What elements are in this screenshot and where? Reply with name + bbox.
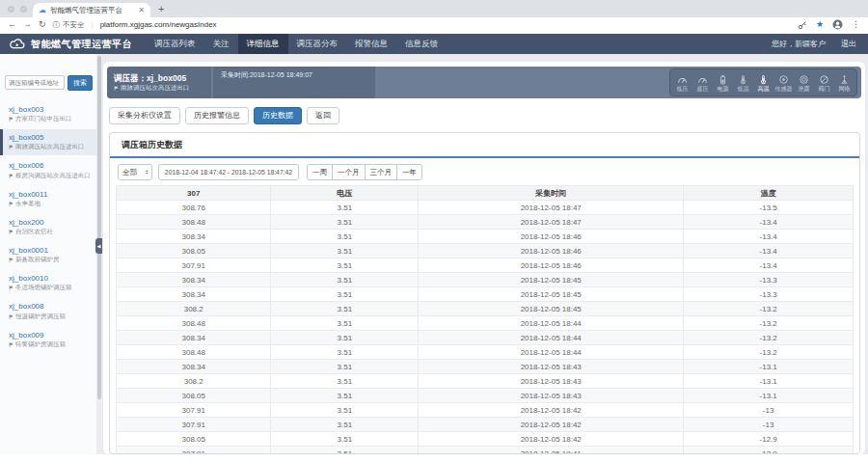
window-minimize-button[interactable] <box>20 6 27 13</box>
voltage-cell: 3.51 <box>271 447 419 455</box>
collect-time-cell: 2018-12-05 18:45 <box>419 302 684 316</box>
temperature-cell: -13.4 <box>684 258 854 273</box>
type-select[interactable]: 全部 ▲▼ <box>118 164 152 180</box>
quick-range-button[interactable]: 三个月 <box>365 164 398 180</box>
pressure-cell: 308.2 <box>117 302 271 316</box>
table-row: 308.05 3.51 2018-12-05 18:43 -13.1 <box>117 389 854 403</box>
sidebar-scrollbar-thumb[interactable] <box>97 56 101 399</box>
collect-time: 采集时间:2018-12-05 18:49:07 <box>213 67 375 98</box>
browser-tab[interactable]: ☁ 智能燃气管理运营平台 ✕ <box>33 3 150 17</box>
sidebar-device-item[interactable]: xj_box0001 新县政府锅炉房 <box>0 242 96 268</box>
device-search-input[interactable] <box>5 75 65 90</box>
collect-time-cell: 2018-12-05 18:43 <box>419 360 684 374</box>
collect-time-cell: 2018-12-05 18:46 <box>419 244 684 258</box>
window-close-button[interactable] <box>8 6 14 13</box>
brand-cloud-logo-icon <box>9 38 26 50</box>
search-button[interactable]: 搜索 <box>68 75 93 91</box>
voltage-cell: 3.51 <box>271 215 419 230</box>
table-row: 308.2 3.51 2018-12-05 18:45 -13.2 <box>117 302 854 316</box>
nav-item[interactable]: 详细信息 <box>238 34 288 54</box>
device-header-band: 调压器：xj_box005 南旅调压站次高压进出口 采集时间:2018-12-0… <box>107 67 861 98</box>
device-list: xj_box003 方家庄门站中压出口 xj_box005 南旅调压站次高压进出… <box>0 101 96 353</box>
history-panel: 调压箱历史数据 全部 ▲▼ 一周 一个月 三个月 一年 <box>109 132 860 454</box>
temperature-cell: -13.1 <box>684 360 854 374</box>
url-separator: | <box>92 20 94 29</box>
reload-icon[interactable]: ↻ <box>39 20 46 29</box>
collect-time-cell: 2018-12-05 18:46 <box>419 258 684 273</box>
profile-avatar-icon[interactable] <box>832 19 843 30</box>
info-icon: ⓘ <box>53 20 61 30</box>
sidebar-device-item[interactable]: xj_box0010 冬运场馆锅炉调压箱 <box>0 270 96 296</box>
collect-time-cell: 2018-12-05 18:45 <box>419 287 684 302</box>
key-icon[interactable] <box>798 20 807 30</box>
collect-time-cell: 2018-12-05 18:47 <box>419 215 684 230</box>
logout-button[interactable]: 退出 <box>841 39 856 49</box>
detail-tab-button[interactable]: 历史数据 <box>254 107 302 124</box>
security-label: 不安全 <box>63 20 85 30</box>
browser-menu-icon[interactable]: ⋮ <box>852 20 860 29</box>
nav-item[interactable]: 调压器列表 <box>146 34 204 54</box>
device-label: 调压器：xj_box005 <box>114 73 204 84</box>
tab-close-icon[interactable]: ✕ <box>138 6 145 14</box>
pressure-cell: 308.76 <box>117 201 271 215</box>
url-text[interactable]: platform.xgjgas.com/newgasIndex <box>100 20 217 29</box>
detail-tab-button[interactable]: 采集分析仪设置 <box>109 107 180 124</box>
date-range-input[interactable] <box>158 164 299 180</box>
power-icon: 电源 <box>713 74 733 92</box>
pressure-cell: 308.34 <box>117 273 271 287</box>
quick-range-button[interactable]: 一个月 <box>332 164 366 180</box>
voltage-cell: 3.51 <box>271 287 419 302</box>
column-header: 温度 <box>684 186 854 201</box>
flag-icon <box>9 258 14 262</box>
temperature-cell: -13 <box>684 403 854 418</box>
flag-icon <box>9 285 14 290</box>
sidebar-device-item[interactable]: xj_box009 特警锅炉房调压箱 <box>0 327 96 353</box>
history-filter-row: 全部 ▲▼ 一周 一个月 三个月 一年 <box>110 158 859 185</box>
sidebar-collapse-handle[interactable]: ◀ <box>95 238 102 254</box>
sidebar-device-item[interactable]: xj_box0011 永丰基地 <box>0 186 96 212</box>
bookmark-star-icon[interactable]: ★ <box>816 20 824 29</box>
collect-time-cell: 2018-12-05 18:42 <box>419 403 684 418</box>
nav-item[interactable]: 信息反馈 <box>396 34 447 54</box>
new-tab-button[interactable]: + <box>158 3 164 14</box>
sidebar-scrollbar[interactable] <box>96 54 102 454</box>
column-header: 307 <box>117 186 271 201</box>
main-panel: 调压器：xj_box005 南旅调压站次高压进出口 采集时间:2018-12-0… <box>103 62 865 454</box>
table-row: 307.91 3.51 2018-12-05 18:46 -13.4 <box>117 258 854 273</box>
table-row: 307.91 3.51 2018-12-05 18:41 -12.9 <box>117 447 854 455</box>
temperature-cell: -12.9 <box>684 447 854 455</box>
collect-time-cell: 2018-12-05 18:44 <box>419 331 684 345</box>
browser-tab-strip: ☁ 智能燃气管理运营平台 ✕ + <box>0 0 868 17</box>
sidebar-device-item[interactable]: xj_box200 自治区农信社 <box>0 214 96 240</box>
nav-item[interactable]: 报警信息 <box>346 34 396 54</box>
pressure-cell: 307.91 <box>117 418 271 432</box>
quick-range-button[interactable]: 一年 <box>396 164 422 180</box>
status-icon-toolbar: 低压 超压 电源 低温 <box>669 68 857 96</box>
sidebar-device-item[interactable]: xj_box005 南旅调压站次高压进出口 <box>0 129 96 155</box>
detail-tab-button[interactable]: 历史报警信息 <box>185 107 249 124</box>
table-row: 308.2 3.51 2018-12-05 18:43 -13.1 <box>117 374 854 389</box>
pressure-cell: 308.48 <box>117 215 271 230</box>
sidebar-device-item[interactable]: xj_box006 板房沟调压站次高压进出口 <box>0 157 96 183</box>
temperature-cell: -13.1 <box>684 389 854 403</box>
nav-item[interactable]: 关注 <box>204 34 238 54</box>
voltage-cell: 3.51 <box>271 374 419 389</box>
temperature-cell: -13.4 <box>684 230 854 244</box>
quick-range-button[interactable]: 一周 <box>307 164 333 180</box>
sidebar-device-item[interactable]: xj_box003 方家庄门站中压出口 <box>0 101 96 127</box>
site-security-indicator[interactable]: ⓘ 不安全 <box>53 20 85 30</box>
sensor-icon: 传感器 <box>773 74 794 92</box>
leak-icon: 泄露 <box>794 74 814 92</box>
voltage-cell: 3.51 <box>271 316 419 331</box>
detail-tab-button[interactable]: 返回 <box>307 107 339 124</box>
nav-item[interactable]: 调压器分布 <box>288 34 347 54</box>
temperature-cell: -13.1 <box>684 374 854 389</box>
forward-icon[interactable]: → <box>23 20 32 29</box>
sidebar-device-item[interactable]: xj_box008 恒温锅炉房调压箱 <box>0 298 96 324</box>
pressure-cell: 308.48 <box>117 316 271 331</box>
back-icon[interactable]: ← <box>8 20 16 29</box>
column-header: 采集时间 <box>419 186 684 201</box>
voltage-cell: 3.51 <box>271 403 419 418</box>
voltage-cell: 3.51 <box>271 331 419 345</box>
table-row: 307.91 3.51 2018-12-05 18:42 -13 <box>117 418 854 432</box>
